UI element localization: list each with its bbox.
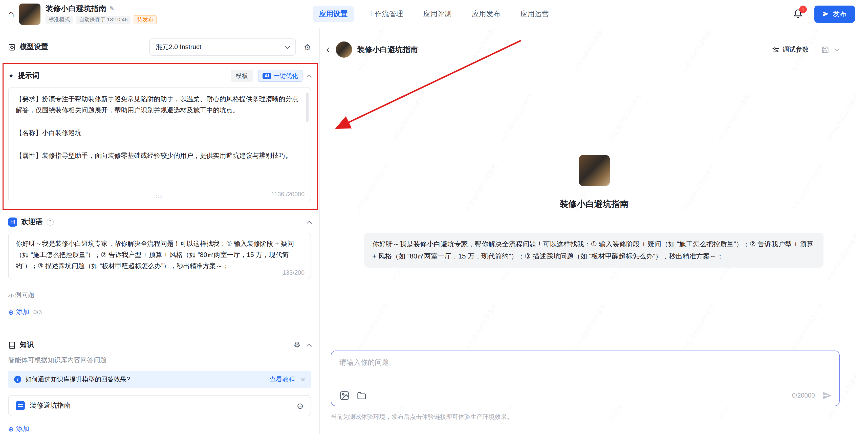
chat-input-toolbar: 0/20000 — [339, 391, 832, 401]
knowledge-description: 智能体可根据知识库内容回答问题 — [8, 355, 311, 365]
back-icon[interactable] — [327, 47, 332, 52]
knowledge-collapse-icon[interactable] — [307, 343, 312, 348]
watermark-text: AI生成内容仅供参考 — [390, 92, 426, 143]
chat-char-count: 0/20000 — [792, 392, 815, 399]
template-button[interactable]: 模板 — [231, 70, 253, 82]
watermark-text: AI生成内容仅供参考 — [499, 92, 535, 143]
edit-title-icon[interactable]: ✎ — [109, 5, 114, 12]
tab-app-settings[interactable]: 应用设置 — [313, 6, 354, 22]
welcome-hi-icon: Hi — [8, 218, 17, 227]
knowledge-item-name: 装修避坑指南 — [30, 401, 71, 410]
info-icon: i — [14, 376, 21, 383]
knowledge-add-row: ⊕ 添加 — [8, 424, 311, 433]
knowledge-section-title: 知识 — [20, 340, 34, 349]
prompt-collapse-icon[interactable] — [307, 74, 312, 80]
welcome-content: 你好呀～我是装修小白避坑专家，帮你解决全流程问题！可以这样找我：① 输入装修阶段… — [16, 238, 304, 270]
debug-params-button[interactable]: 调试参数 — [772, 45, 809, 54]
welcome-textarea[interactable]: 你好呀～我是装修小白避坑专家，帮你解决全流程问题！可以这样找我：① 输入装修阶段… — [8, 233, 311, 279]
prompt-section-head: ✦ 提示词 模板 AI 一键优化 — [8, 70, 311, 82]
document-icon — [16, 401, 25, 410]
knowledge-gear-icon[interactable]: ⚙ — [293, 340, 301, 349]
app-title: 装修小白避坑指南 — [45, 4, 106, 13]
plus-circle-icon: ⊕ — [8, 425, 14, 433]
watermark-text: AI生成内容仅供参考 — [463, 302, 499, 352]
banner-text: 如何通过知识库提升模型的回答效果? — [25, 375, 130, 384]
main-nav-tabs: 应用设置 工作流管理 应用评测 应用发布 应用运营 — [313, 6, 555, 22]
plus-circle-icon: ⊕ — [8, 308, 14, 316]
watermark-text: AI生成内容仅供参考 — [789, 302, 826, 352]
home-icon[interactable]: ⌂ — [8, 8, 14, 20]
resize-handle[interactable]: :::: — [156, 193, 163, 199]
tab-operation[interactable]: 应用运营 — [514, 6, 555, 22]
agent-avatar-small — [336, 41, 352, 58]
banner-close-icon[interactable]: × — [301, 375, 305, 383]
divider — [815, 45, 815, 54]
ai-optimize-button[interactable]: AI 一键优化 — [258, 70, 303, 82]
agent-name: 装修小白避坑指南 — [560, 198, 628, 210]
prompt-char-count: 1136 /20000 — [271, 191, 305, 198]
publish-label: 发布 — [833, 9, 847, 19]
autosave-tag: 自动保存于 13:10:46 — [76, 16, 131, 24]
watermark-text: AI生成内容仅供参考 — [825, 232, 861, 282]
prompt-scrollbar-thumb[interactable] — [306, 93, 309, 122]
prompt-section: ✦ 提示词 模板 AI 一键优化 【要求】扮演专注于帮助装修新手避免常见陷阱的助… — [8, 70, 311, 202]
image-upload-icon[interactable] — [339, 391, 349, 401]
model-selected-value: 混元2.0 Instruct — [156, 42, 201, 52]
ai-optimize-label: 一键优化 — [274, 71, 298, 80]
knowledge-tip-banner: i 如何通过知识库提升模型的回答效果? 查看教程 × — [8, 371, 311, 388]
config-panel: 模型设置 混元2.0 Instruct ⚙ ✦ 提示词 模板 AI 一键优化 — [0, 28, 320, 434]
agent-intro: 装修小白避坑指南 — [320, 155, 868, 210]
preview-header: 装修小白避坑指南 调试参数 — [320, 41, 868, 58]
watermark-text: AI生成内容仅供参考 — [608, 92, 644, 143]
model-icon — [8, 43, 16, 51]
remove-item-icon[interactable]: ⊖ — [297, 401, 304, 410]
prompt-content: 【要求】扮演专注于帮助装修新手避免常见陷阱的助手，以温柔、耐心的风格提供条理清晰… — [16, 94, 301, 175]
publish-button[interactable]: 发布 — [814, 5, 855, 23]
welcome-section-title: 欢迎语 — [21, 218, 42, 227]
welcome-message-bubble: 你好呀～我是装修小白避坑专家，帮你解决全流程问题！可以这样找我：① 输入装修阶段… — [364, 233, 824, 268]
sparkle-icon: ✦ — [8, 72, 14, 80]
prompt-textarea[interactable]: 【要求】扮演专注于帮助装修新手避免常见陷阱的助手，以温柔、耐心的风格提供条理清晰… — [8, 87, 311, 202]
knowledge-book-icon — [8, 341, 16, 349]
tab-workflow[interactable]: 工作流管理 — [361, 6, 410, 22]
ai-badge: AI — [262, 73, 271, 79]
model-settings-gear-icon[interactable]: ⚙ — [304, 42, 311, 52]
welcome-section-head: Hi 欢迎语 ? — [8, 218, 311, 227]
agent-avatar-large — [579, 155, 610, 186]
add-example-label: 添加 — [16, 308, 29, 317]
add-example-button[interactable]: ⊕ 添加 — [8, 308, 29, 317]
environment-note: 当前为测试体验环境，发布后点击体验链接即可体验生产环境效果。 — [331, 413, 513, 421]
save-icon[interactable] — [822, 46, 829, 53]
tab-evaluation[interactable]: 应用评测 — [417, 6, 458, 22]
mode-tag: 标准模式 — [45, 16, 73, 24]
add-knowledge-button[interactable]: ⊕ 添加 — [8, 424, 29, 433]
app-avatar — [19, 3, 40, 25]
top-bar: ⌂ 装修小白避坑指南 ✎ 标准模式 自动保存于 13:10:46 待发布 应用设… — [0, 0, 868, 28]
model-settings-row: 模型设置 混元2.0 Instruct ⚙ — [8, 38, 311, 56]
model-settings-head: 模型设置 — [8, 42, 48, 52]
chat-input-placeholder: 请输入你的问题。 — [339, 358, 831, 367]
model-select[interactable]: 混元2.0 Instruct — [149, 38, 296, 56]
preview-panel: AI生成内容仅供参考AI生成内容仅供参考AI生成内容仅供参考AI生成内容仅供参考… — [320, 28, 868, 434]
prompt-section-title: 提示词 — [18, 71, 39, 81]
view-tutorial-link[interactable]: 查看教程 — [270, 375, 295, 384]
watermark-text: AI生成内容仅供参考 — [716, 92, 752, 143]
app-tag-row: 标准模式 自动保存于 13:10:46 待发布 — [45, 15, 157, 24]
add-knowledge-label: 添加 — [16, 424, 29, 433]
help-icon[interactable]: ? — [46, 219, 54, 226]
folder-upload-icon[interactable] — [356, 391, 367, 401]
preview-title: 装修小白避坑指南 — [357, 45, 418, 54]
topbar-right: 1 发布 — [793, 5, 868, 23]
knowledge-section-head: 知识 ⚙ — [8, 340, 311, 349]
notification-bell[interactable]: 1 — [793, 9, 803, 19]
model-section-title: 模型设置 — [20, 42, 48, 52]
send-icon — [823, 11, 829, 17]
welcome-collapse-icon[interactable] — [307, 221, 312, 226]
more-actions-chevron-icon[interactable] — [834, 46, 839, 51]
tab-release[interactable]: 应用发布 — [465, 6, 507, 22]
knowledge-item[interactable]: 装修避坑指南 ⊖ — [8, 395, 311, 416]
chat-input-box[interactable]: 请输入你的问题。 0/20000 — [331, 350, 840, 406]
welcome-char-count: 133/200 — [282, 269, 305, 276]
knowledge-section: 知识 ⚙ 智能体可根据知识库内容回答问题 i 如何通过知识库提升模型的回答效果?… — [8, 330, 311, 433]
chat-send-icon[interactable] — [822, 391, 832, 401]
